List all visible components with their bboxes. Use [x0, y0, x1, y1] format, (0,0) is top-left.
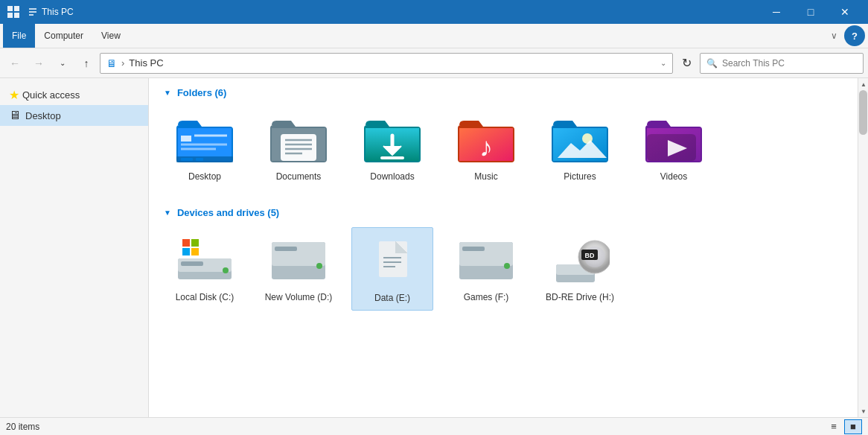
pc-icon: 🖥 — [106, 57, 117, 69]
close-button[interactable]: ✕ — [828, 0, 862, 24]
drive-d-label: New Volume (D:) — [265, 291, 333, 304]
sidebar-desktop-label: Desktop — [25, 110, 61, 121]
sidebar: ★ Quick access 🖥 Desktop — [0, 78, 149, 417]
scrollbar-thumb-area — [858, 90, 868, 405]
folder-pictures-label: Pictures — [564, 171, 596, 183]
drives-section-header: ▼ Devices and drives (5) — [164, 207, 843, 218]
address-bar[interactable]: 🖥 › This PC ⌄ — [100, 53, 673, 74]
search-bar[interactable]: 🔍 — [700, 53, 864, 74]
drive-f-icon — [456, 233, 516, 287]
svg-point-16 — [223, 267, 229, 273]
tab-view[interactable]: View — [92, 24, 130, 48]
folders-grid: Desktop Documents — [164, 107, 843, 189]
status-bar: 20 items ≡ ■ — [0, 417, 868, 435]
drive-e[interactable]: Data (E:) — [351, 227, 433, 311]
quick-access-icon — [25, 4, 40, 19]
svg-point-20 — [316, 263, 322, 269]
refresh-button[interactable]: ↻ — [676, 53, 697, 74]
drives-collapse-icon[interactable]: ▼ — [164, 209, 171, 217]
music-folder-icon-container: ♪ — [456, 113, 516, 167]
maximize-button[interactable]: □ — [794, 0, 828, 24]
folders-section-title: Folders (6) — [177, 87, 226, 98]
svg-rect-15 — [181, 261, 203, 266]
folder-music[interactable]: ♪ Music — [445, 107, 527, 189]
svg-rect-23 — [459, 242, 513, 266]
ribbon-expand-button[interactable]: ∨ — [823, 25, 844, 46]
title-bar: This PC ─ □ ✕ — [0, 0, 868, 24]
folder-videos-label: Videos — [660, 171, 687, 183]
folder-desktop[interactable]: Desktop — [164, 107, 246, 189]
svg-rect-18 — [272, 242, 325, 266]
folder-documents-label: Documents — [276, 171, 322, 183]
documents-folder-icon-container — [269, 113, 328, 167]
drive-h-label: BD-RE Drive (H:) — [546, 291, 614, 304]
folders-section-header: ▼ Folders (6) — [164, 87, 843, 98]
scrollbar-down[interactable]: ▼ — [858, 405, 868, 417]
drives-section-title: Devices and drives (5) — [177, 207, 279, 218]
drive-h[interactable]: BD BD-RE Drive (H:) — [539, 227, 621, 311]
list-view-button[interactable]: ≡ — [825, 419, 843, 434]
drive-f-label: Games (F:) — [464, 291, 509, 304]
drive-c-label: Local Disk (C:) — [176, 291, 234, 304]
window-controls: ─ □ ✕ — [759, 0, 862, 24]
address-dropdown[interactable]: ⌄ — [660, 59, 666, 67]
drive-c[interactable]: Local Disk (C:) — [164, 227, 246, 311]
nav-bar: ← → ⌄ ↑ 🖥 › This PC ⌄ ↻ 🔍 — [0, 48, 868, 78]
drive-c-icon — [175, 233, 234, 287]
svg-rect-11 — [182, 248, 190, 255]
svg-rect-19 — [275, 247, 297, 251]
app-icon — [6, 4, 21, 19]
folder-videos[interactable]: Videos — [633, 107, 715, 189]
sidebar-quick-access[interactable]: ★ Quick access — [0, 84, 148, 105]
drive-e-icon — [363, 234, 422, 288]
svg-rect-10 — [191, 239, 199, 247]
forward-button[interactable]: → — [28, 53, 49, 74]
main-layout: ★ Quick access 🖥 Desktop ▼ Folders (6) — [0, 78, 868, 417]
svg-rect-21 — [379, 241, 407, 277]
downloads-folder-icon-container — [363, 113, 422, 167]
drive-d[interactable]: New Volume (D:) — [258, 227, 339, 311]
help-button[interactable]: ? — [844, 25, 865, 46]
svg-rect-9 — [182, 239, 190, 247]
scrollbar[interactable]: ▲ ▼ — [858, 78, 868, 417]
folder-music-label: Music — [474, 171, 497, 183]
item-count: 20 items — [6, 422, 825, 432]
svg-text:BD: BD — [585, 252, 595, 259]
scrollbar-thumb[interactable] — [859, 90, 867, 135]
sidebar-item-desktop[interactable]: 🖥 Desktop — [0, 105, 148, 126]
tile-view-button[interactable]: ■ — [844, 419, 862, 434]
svg-rect-0 — [7, 6, 13, 11]
back-button[interactable]: ← — [4, 53, 25, 74]
folder-downloads[interactable]: Downloads — [351, 107, 433, 189]
svg-rect-12 — [191, 248, 199, 255]
desktop-folder-icon: 🖥 — [9, 109, 21, 122]
view-controls: ≡ ■ — [825, 419, 862, 434]
recent-locations-button[interactable]: ⌄ — [52, 53, 73, 74]
content-area: ▼ Folders (6) — [149, 78, 858, 417]
folders-collapse-icon[interactable]: ▼ — [164, 89, 171, 97]
address-path: This PC — [129, 57, 656, 69]
svg-rect-1 — [14, 6, 19, 11]
folder-desktop-label: Desktop — [188, 171, 221, 183]
svg-text:♪: ♪ — [479, 132, 493, 162]
minimize-button[interactable]: ─ — [759, 0, 794, 24]
tab-file[interactable]: File — [3, 24, 35, 48]
videos-folder-icon-container — [644, 113, 703, 167]
desktop-folder-icon-container — [175, 113, 234, 167]
up-button[interactable]: ↑ — [76, 53, 97, 74]
tab-computer[interactable]: Computer — [35, 24, 92, 48]
folder-downloads-label: Downloads — [370, 171, 414, 183]
star-icon: ★ — [9, 88, 19, 102]
drive-f[interactable]: Games (F:) — [445, 227, 527, 311]
folder-documents[interactable]: Documents — [258, 107, 339, 189]
svg-point-25 — [504, 263, 510, 269]
drives-grid: Local Disk (C:) New Volume (D:) — [164, 227, 843, 311]
search-input[interactable] — [722, 58, 857, 69]
pictures-folder-icon-container — [550, 113, 610, 167]
drive-e-label: Data (E:) — [374, 292, 410, 305]
window-title: This PC — [42, 7, 759, 17]
scrollbar-up[interactable]: ▲ — [858, 78, 868, 90]
svg-rect-2 — [7, 13, 13, 18]
folder-pictures[interactable]: Pictures — [539, 107, 621, 189]
svg-rect-6 — [196, 158, 203, 161]
